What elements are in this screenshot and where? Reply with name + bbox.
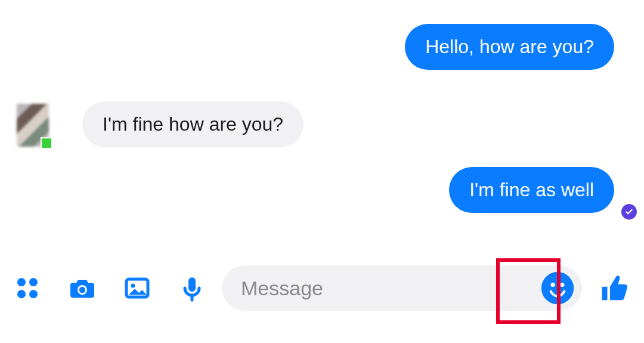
svg-rect-8	[188, 277, 196, 292]
camera-button[interactable]	[55, 262, 110, 314]
apps-icon	[13, 274, 42, 302]
svg-point-1	[29, 278, 38, 286]
svg-point-7	[131, 284, 135, 288]
message-sent[interactable]: Hello, how are you?	[405, 24, 614, 70]
like-button[interactable]	[587, 262, 644, 314]
svg-point-0	[17, 278, 26, 286]
svg-point-10	[541, 272, 574, 304]
gallery-icon	[123, 274, 151, 302]
smiley-icon	[541, 272, 574, 304]
presence-indicator	[41, 137, 52, 149]
svg-point-2	[17, 290, 26, 298]
message-input-container[interactable]	[222, 265, 582, 311]
svg-point-11	[551, 283, 555, 287]
message-received[interactable]: I'm fine how are you?	[82, 101, 304, 147]
mic-icon	[178, 274, 206, 302]
apps-button[interactable]	[0, 262, 55, 314]
avatar[interactable]	[17, 104, 49, 147]
mic-button[interactable]	[165, 262, 219, 314]
message-input[interactable]	[240, 276, 582, 301]
emoji-button[interactable]	[541, 272, 574, 304]
check-icon	[624, 207, 634, 217]
thumbs-up-icon	[599, 272, 631, 304]
gallery-button[interactable]	[110, 262, 165, 314]
svg-point-5	[79, 287, 85, 293]
svg-point-3	[29, 290, 38, 298]
message-sent[interactable]: I'm fine as well	[449, 167, 614, 213]
composer-bar	[0, 262, 644, 314]
svg-point-12	[560, 283, 564, 287]
delivered-badge	[621, 204, 637, 220]
chat-screen: Hello, how are you? I'm fine how are you…	[0, 0, 644, 343]
camera-icon	[68, 274, 97, 302]
